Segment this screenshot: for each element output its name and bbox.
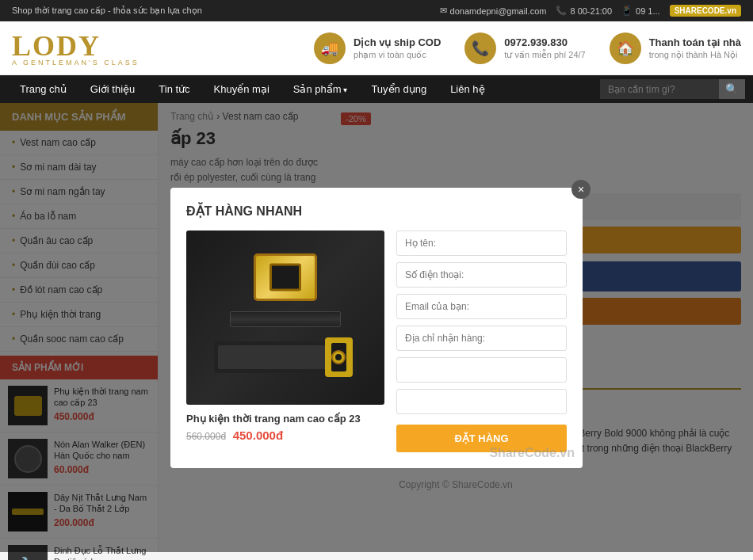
nav-bar: Trang chủ Giới thiệu Tin tức Khuyến mại … bbox=[0, 75, 753, 103]
payment-text: Thanh toán tại nhà trong nội thành Hà Nộ… bbox=[649, 36, 741, 60]
search-box: 🔍 bbox=[600, 79, 745, 99]
nav-news[interactable]: Tin tức bbox=[147, 75, 201, 103]
quantity-field[interactable]: 1 bbox=[396, 357, 567, 383]
modal-title: ĐẶT HÀNG NHANH bbox=[186, 204, 567, 219]
nav-recruit[interactable]: Tuyển dụng bbox=[359, 75, 438, 103]
logo-main: LODY bbox=[12, 29, 140, 63]
logo-sub: A GENTLEMAN'S CLASS bbox=[12, 59, 140, 67]
service-phone: 📞 0972.939.830 tư vấn miễn phí 24/7 bbox=[464, 32, 585, 64]
modal-product-image bbox=[186, 230, 384, 405]
nav-about[interactable]: Giới thiệu bbox=[78, 75, 147, 103]
belt-buckle bbox=[254, 253, 317, 301]
header-services: 🚚 Dịch vụ ship COD phạm vi toàn quốc 📞 0… bbox=[314, 32, 741, 64]
belt-visual bbox=[214, 253, 357, 381]
modal-pricing: 560.000đ 450.000đ bbox=[186, 429, 384, 442]
nav-home[interactable]: Trang chủ bbox=[8, 75, 78, 103]
modal-overlay: × ĐẶT HÀNG NHANH bbox=[0, 103, 753, 552]
svg-point-5 bbox=[335, 354, 342, 360]
modal-price-new: 450.000đ bbox=[233, 429, 283, 442]
cod-text: Dịch vụ ship COD phạm vi toàn quốc bbox=[354, 36, 441, 60]
main-layout: DANH MỤC SẢN PHẨM Vest nam cao cấp Sơ mi… bbox=[0, 103, 753, 552]
belt-strap bbox=[230, 311, 341, 327]
name-field[interactable] bbox=[396, 230, 567, 256]
order-modal: × ĐẶT HÀNG NHANH bbox=[170, 188, 583, 468]
belt-svg bbox=[214, 333, 357, 381]
email-contact: ✉ donamdepni@gmail.com bbox=[440, 6, 547, 16]
top-bar: Shop thời trang cao cấp - thỏa sức bạn l… bbox=[0, 0, 753, 21]
service-cod: 🚚 Dịch vụ ship COD phạm vi toàn quốc bbox=[314, 32, 441, 64]
nav-products[interactable]: Sản phẩm bbox=[281, 75, 360, 103]
address-field[interactable] bbox=[396, 326, 567, 351]
service-payment: 🏠 Thanh toán tại nhà trong nội thành Hà … bbox=[610, 32, 741, 64]
nav-contact[interactable]: Liên hệ bbox=[438, 75, 496, 103]
modal-product-name: Phụ kiện thời trang nam cao cấp 23 bbox=[186, 413, 384, 425]
phone-icon: 📞 bbox=[464, 32, 496, 64]
modal-body: Phụ kiện thời trang nam cao cấp 23 560.0… bbox=[186, 230, 567, 452]
phone-field[interactable] bbox=[396, 262, 567, 288]
phone-contact: 📞 8 00-21:00 bbox=[556, 6, 612, 16]
belt-image-bg bbox=[186, 230, 384, 405]
cod-icon: 🚚 bbox=[314, 32, 346, 64]
top-bar-right: ✉ donamdepni@gmail.com 📞 8 00-21:00 📱 09… bbox=[440, 5, 741, 17]
search-button[interactable]: 🔍 bbox=[719, 79, 745, 99]
phone-text: 0972.939.830 tư vấn miễn phí 24/7 bbox=[504, 36, 585, 60]
phone2-contact: 📱 09 1... bbox=[621, 6, 660, 16]
payment-icon: 🏠 bbox=[610, 32, 641, 64]
modal-left: Phụ kiện thời trang nam cao cấp 23 560.0… bbox=[186, 230, 384, 452]
sharecode-badge: SHARECODE.vn bbox=[670, 5, 741, 17]
search-input[interactable] bbox=[600, 79, 719, 99]
nav-promo[interactable]: Khuyến mại bbox=[202, 75, 281, 103]
modal-form: 1 450,000 đ ĐẶT HÀNG bbox=[396, 230, 567, 452]
price-field[interactable]: 450,000 đ bbox=[396, 389, 567, 414]
promo-text: Shop thời trang cao cấp - thỏa sức bạn l… bbox=[12, 6, 202, 16]
modal-price-old: 560.000đ bbox=[186, 431, 226, 442]
sharecode-watermark: ShareCode.vn bbox=[489, 446, 575, 460]
email-field[interactable] bbox=[396, 294, 567, 319]
belt-buckle-inner bbox=[269, 264, 301, 291]
modal-close-button[interactable]: × bbox=[571, 180, 591, 199]
header: LODY A GENTLEMAN'S CLASS 🚚 Dịch vụ ship … bbox=[0, 21, 753, 75]
logo: LODY A GENTLEMAN'S CLASS bbox=[12, 29, 140, 67]
